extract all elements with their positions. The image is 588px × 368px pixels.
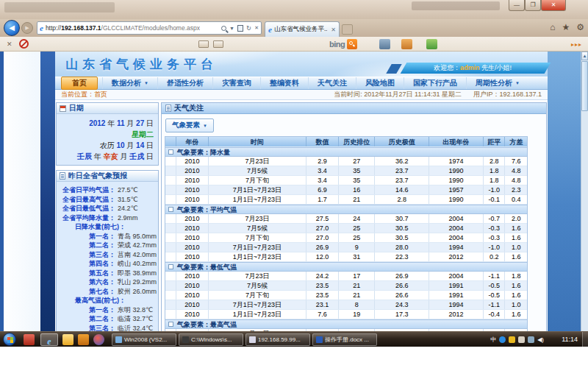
forecast-rank-item: 第二名：荣成 42.7mm: [58, 241, 157, 250]
tray-network-icon[interactable]: [499, 336, 506, 343]
table-cell: 23.7: [375, 176, 429, 185]
forecast-label: 日降水量(前七)：: [58, 222, 126, 232]
pinned-app-icon-2[interactable]: [78, 334, 89, 345]
scroll-up-arrow-icon[interactable]: ▲: [581, 52, 588, 60]
address-bar[interactable]: e http://192.168.137.1/GLCCLIMATE/module…: [37, 21, 262, 35]
table-cell: 1.7: [306, 195, 339, 204]
people-addon-icon[interactable]: [401, 39, 412, 49]
mail-card-icon[interactable]: [198, 40, 209, 48]
table-cell: 2010: [176, 185, 209, 194]
tab-close-icon[interactable]: ✕: [331, 26, 336, 33]
forecast-value: 青岛 95.0mm: [118, 232, 157, 241]
tray-volume-icon[interactable]: ◀): [537, 336, 544, 343]
menu-item-9[interactable]: 周期性分析▼: [466, 77, 528, 89]
ime-language-indicator[interactable]: 中: [490, 336, 496, 344]
show-desktop-button[interactable]: [582, 332, 588, 347]
maximize-button[interactable]: ❐: [525, 0, 541, 11]
task-button-4[interactable]: 操作手册.docx ...: [312, 333, 377, 346]
task-button-3[interactable]: 192.168.59.99...: [245, 333, 310, 346]
browser-tab[interactable]: e 山东省气候业务平... ✕: [265, 21, 340, 37]
settings-gear-icon[interactable]: ⚙: [576, 22, 584, 32]
favorites-star-icon[interactable]: ★: [562, 22, 570, 32]
compatibility-view-icon[interactable]: [237, 25, 243, 32]
table-cell: 1.6: [505, 233, 527, 242]
table-cell: 19: [339, 310, 375, 319]
table-cell: 4.8: [505, 176, 527, 185]
table-cell: 2012: [429, 252, 484, 261]
search-icon[interactable]: [221, 26, 226, 31]
forecast-label: 第七名：: [58, 287, 115, 297]
tray-shield-icon[interactable]: [509, 336, 515, 343]
refresh-icon[interactable]: ↻: [246, 24, 251, 32]
table-cell: -0.5: [484, 291, 506, 300]
forecast-value: 24.2℃: [118, 204, 138, 213]
table-group-row[interactable]: 气象要素：降水量: [165, 147, 527, 157]
forward-button[interactable]: ▶: [21, 22, 33, 34]
blocked-addon-icon[interactable]: [19, 39, 29, 49]
group-checkbox[interactable]: [168, 149, 173, 155]
table-header-cell: 年份: [176, 137, 209, 146]
page-left-border: [40, 52, 55, 331]
stop-icon[interactable]: ✕: [254, 25, 259, 31]
task-button-icon: [182, 336, 189, 343]
menu-item-4[interactable]: 灾害查询: [212, 77, 260, 89]
scrollbar-thumb[interactable]: [581, 61, 588, 111]
group-checkbox[interactable]: [168, 322, 173, 327]
chevron-down-icon: ▼: [515, 81, 520, 85]
table-cell: -0.1: [484, 195, 506, 204]
close-button[interactable]: ✕: [541, 0, 566, 11]
menu-item-6[interactable]: 天气关注: [308, 77, 356, 89]
home-icon[interactable]: ⌂: [550, 22, 555, 32]
table-cell: 1990: [429, 176, 484, 185]
mail-card-icon-2[interactable]: [213, 40, 223, 48]
explorer-folder-icon[interactable]: [62, 334, 74, 345]
bing-search-widget[interactable]: bing: [329, 39, 357, 49]
menu-item-2[interactable]: 数据分析▼: [102, 77, 157, 89]
task-button-1[interactable]: Win2008 (VS2...: [112, 333, 176, 346]
vertical-scrollbar[interactable]: ▲: [581, 52, 588, 331]
camera-addon-icon[interactable]: [379, 39, 390, 49]
table-cell: 1957: [429, 185, 484, 194]
pinned-app-icon-3[interactable]: [93, 334, 104, 345]
table-group-row[interactable]: 气象要素：最高气温: [165, 319, 527, 329]
weather-table: 年份时间数值历史排位历史极值出现年份距平方差气象要素：降水量20107月23日2…: [165, 136, 528, 331]
pinned-app-icon[interactable]: [24, 334, 35, 345]
forecast-value: 2.9mm: [118, 213, 138, 223]
puzzle-addon-icon[interactable]: [426, 39, 437, 49]
menu-item-3[interactable]: 舒适性分析: [157, 77, 212, 89]
forecast-label: 全省日平均气温：: [58, 185, 115, 195]
element-filter-button[interactable]: 气象要素▼: [165, 118, 214, 132]
table-group-row[interactable]: 气象要素：平均气温: [165, 205, 527, 214]
group-checkbox[interactable]: [168, 207, 173, 212]
table-cell: 2.9: [306, 157, 339, 166]
task-buttons: Win2008 (VS2...C:\Windows\s...192.168.59…: [112, 333, 377, 346]
tray-flag-icon[interactable]: [518, 336, 525, 343]
group-checkbox[interactable]: [168, 264, 173, 269]
table-cell: 27.0: [306, 233, 339, 242]
new-tab-button[interactable]: [342, 24, 353, 35]
table-group-row[interactable]: 气象要素：最低气温: [165, 262, 527, 272]
background-window-shadow-2: [412, 1, 500, 10]
close-bar-icon[interactable]: ✕: [7, 40, 12, 48]
table-cell: 1990: [429, 195, 484, 204]
back-button[interactable]: ◀: [4, 20, 20, 36]
tray-update-icon[interactable]: [528, 336, 534, 343]
minimize-button[interactable]: —: [509, 0, 525, 11]
more-options-icon[interactable]: ▸▸▸: [571, 41, 582, 48]
browser-command-bar: ✕ bing ▸▸▸: [0, 37, 588, 52]
menu-item-5[interactable]: 整编资料: [260, 77, 308, 89]
task-button-2[interactable]: C:\Windows\s...: [179, 333, 243, 346]
table-cell: -1.1: [484, 272, 506, 280]
chevron-down-icon[interactable]: ▼: [229, 26, 234, 31]
menu-item-1[interactable]: 首页: [61, 77, 98, 90]
table-cell: 24.3: [375, 300, 429, 309]
forecast-label: 第二名：: [58, 241, 115, 250]
menu-item-8[interactable]: 国家下行产品: [404, 77, 466, 89]
taskbar-clock[interactable]: 11:14: [562, 332, 578, 347]
start-button[interactable]: [3, 333, 16, 346]
table-cell: 1月1日~7月23日: [209, 252, 306, 261]
bing-search-button[interactable]: [347, 39, 357, 49]
menu-item-7[interactable]: 风险地图: [356, 77, 404, 89]
taskbar-ie-button[interactable]: e: [40, 333, 58, 346]
current-time-label: 当前时间: 2012年11月27日 11:14:31 星期二: [334, 90, 462, 99]
